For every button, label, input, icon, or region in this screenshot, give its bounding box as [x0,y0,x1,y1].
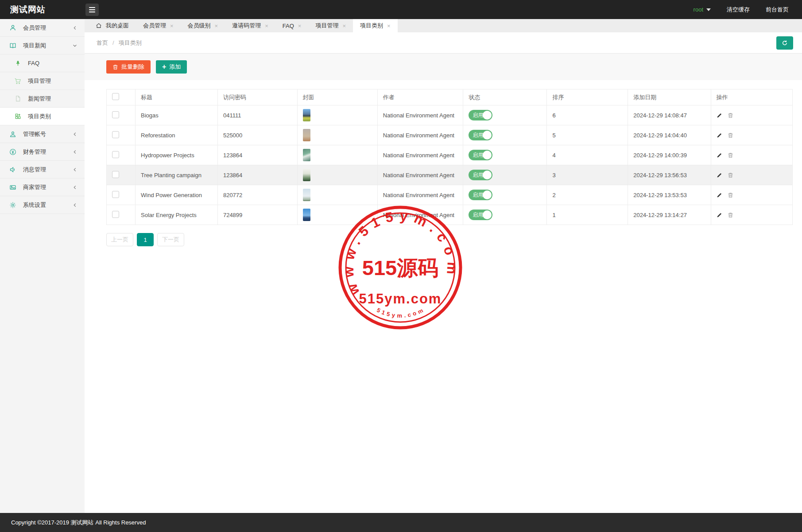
close-icon[interactable]: × [342,23,346,29]
sidebar-item-label: 消息管理 [23,166,46,174]
speaker-icon [9,166,17,173]
tab-label: 项目管理 [315,22,338,30]
sidebar-toggle-button[interactable] [85,4,99,16]
tab-member-level[interactable]: 会员级别 × [181,19,225,32]
trash-icon[interactable] [728,212,733,218]
close-icon[interactable]: × [387,23,391,29]
tab-faq[interactable]: FAQ × [275,19,309,32]
topbar-actions: root 清空缓存 前台首页 [694,6,802,14]
close-icon[interactable]: × [265,23,268,29]
edit-icon[interactable] [717,152,723,158]
cell-password: 525000 [217,125,297,145]
tab-label: 我的桌面 [106,22,129,30]
trash-icon[interactable] [728,132,733,138]
yen-icon [9,148,17,155]
sidebar-item-project-news[interactable]: 项目新闻 [0,37,85,54]
close-icon[interactable]: × [170,23,174,29]
close-icon[interactable]: × [215,23,218,29]
cell-title: Biogas [136,105,218,125]
refresh-button[interactable] [776,36,793,50]
close-icon[interactable]: × [298,23,302,29]
cell-author: National Environment Agent [377,145,463,165]
cell-title: Solar Energy Projects [136,205,218,225]
sidebar-item-faq[interactable]: FAQ [0,54,85,72]
chevron-left-icon [72,25,77,31]
status-toggle[interactable]: 启用 [469,190,492,200]
status-label: 启用 [473,132,483,139]
status-label: 启用 [473,171,483,179]
cell-title: Wind Power Generation [136,185,218,205]
col-date: 添加日期 [628,89,711,105]
status-label: 启用 [473,211,483,219]
chevron-left-icon [72,149,77,155]
chevron-left-icon [72,132,77,137]
row-checkbox[interactable] [112,111,119,118]
edit-icon[interactable] [717,172,723,178]
status-toggle[interactable]: 启用 [469,170,492,180]
row-checkbox[interactable] [112,151,119,158]
edit-icon[interactable] [717,212,723,218]
tab-label: 会员级别 [188,22,211,30]
tab-project-management[interactable]: 项目管理 × [308,19,353,32]
breadcrumb-home[interactable]: 首页 [97,39,108,47]
prev-page-button[interactable]: 上一页 [106,233,133,246]
tab-member-management[interactable]: 会员管理 × [136,19,181,32]
sidebar-item-admin-accounts[interactable]: 管理帐号 [0,125,85,143]
trash-icon[interactable] [728,113,733,118]
next-page-button[interactable]: 下一页 [157,233,184,246]
sidebar-item-message-management[interactable]: 消息管理 [0,161,85,179]
edit-icon[interactable] [717,112,723,118]
user-menu[interactable]: root [694,6,711,13]
cell-date: 2024-12-29 14:00:39 [628,145,711,165]
cell-sort: 3 [547,165,628,185]
cover-thumbnail [303,189,310,201]
status-toggle[interactable]: 启用 [469,110,492,120]
row-checkbox[interactable] [112,211,119,218]
sidebar-item-project-category[interactable]: 项目类别 [0,108,85,125]
table-header-row: 标题 访问密码 封面 作者 状态 排序 添加日期 操作 [107,89,793,105]
row-checkbox[interactable] [112,131,119,138]
front-home-link[interactable]: 前台首页 [766,6,789,14]
current-page-button[interactable]: 1 [137,233,154,246]
cell-author: National Environment Agent [377,165,463,185]
col-cover: 封面 [297,89,377,105]
tab-label: 邀请码管理 [232,22,261,30]
edit-icon[interactable] [717,132,723,138]
pagination: 上一页 1 下一页 [106,233,802,246]
sidebar-item-system-settings[interactable]: 系统设置 [0,196,85,214]
row-checkbox[interactable] [112,171,119,178]
home-icon [96,23,102,29]
table-row: Biogas 041111 National Environment Agent… [107,105,793,125]
cell-title: Hydropower Projects [136,145,218,165]
sidebar-item-label: 管理帐号 [23,130,46,138]
document-icon [14,95,22,102]
admin-screen: 测试网站 root 清空缓存 前台首页 会员管理 [0,0,802,532]
select-all-checkbox[interactable] [112,93,119,100]
sidebar-item-merchant-management[interactable]: 商家管理 [0,179,85,196]
cell-date: 2024-12-29 13:56:53 [628,165,711,185]
status-toggle[interactable]: 启用 [469,210,492,220]
cover-thumbnail [303,129,310,141]
sidebar-item-project-management[interactable]: 项目管理 [0,72,85,90]
row-checkbox[interactable] [112,191,119,198]
chevron-down-icon [72,43,77,48]
tab-my-desktop[interactable]: 我的桌面 [89,19,136,32]
batch-delete-button[interactable]: 批量删除 [106,60,151,74]
edit-icon[interactable] [717,192,723,198]
trash-icon[interactable] [728,152,733,158]
sidebar-item-finance-management[interactable]: 财务管理 [0,143,85,161]
tab-invite-code[interactable]: 邀请码管理 × [225,19,275,32]
sidebar-item-news-management[interactable]: 新闻管理 [0,90,85,108]
sidebar-item-member-management[interactable]: 会员管理 [0,19,85,37]
tab-label: 会员管理 [143,22,166,30]
breadcrumb-current: 项目类别 [119,39,142,47]
clear-cache-link[interactable]: 清空缓存 [727,6,750,14]
cover-thumbnail [303,109,310,121]
status-toggle[interactable]: 启用 [469,130,492,140]
trash-icon[interactable] [728,192,733,198]
status-toggle[interactable]: 启用 [469,150,492,160]
col-status: 状态 [463,89,547,105]
tab-project-category[interactable]: 项目类别 × [353,19,398,32]
add-button[interactable]: + 添加 [156,60,187,74]
trash-icon[interactable] [728,172,733,178]
